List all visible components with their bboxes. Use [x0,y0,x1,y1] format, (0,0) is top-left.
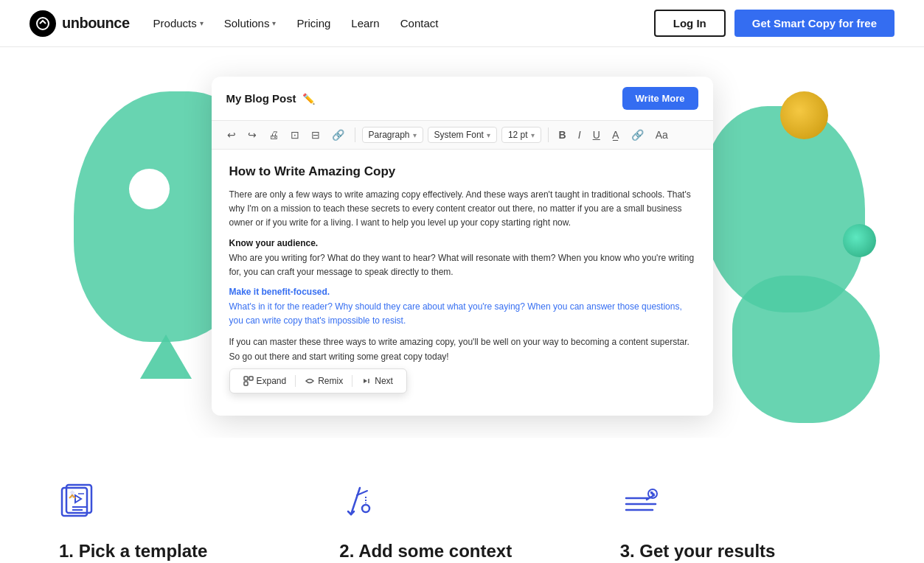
next-button[interactable]: Next [354,373,400,389]
editor-highlighted-heading: Make it benefit-focused. [229,287,695,297]
remix-icon [305,376,315,386]
expand-button[interactable]: Expand [236,373,294,389]
editor-title: My Blog Post ✏️ [226,92,315,105]
step-1-title: 1. Pick a template [59,541,304,562]
svg-point-12 [362,505,369,512]
logo-text: unbounce [62,15,130,32]
editor-heading: How to Write Amazing Copy [229,164,695,179]
link-button2[interactable]: 🔗 [628,127,647,143]
expand-icon [243,376,254,386]
svg-rect-1 [244,377,248,380]
nav-logo[interactable]: unbounce [29,10,130,37]
format-button[interactable]: Aa [652,127,672,143]
editor-para3: If you can master these three ways to wr… [229,335,695,363]
underline-button[interactable]: U [589,127,604,143]
italic-button[interactable]: I [574,127,585,143]
nav-products[interactable]: Products ▾ [153,17,204,29]
step-3-title: 3. Get your results [620,541,865,562]
nav-pricing[interactable]: Pricing [296,17,330,29]
editor-highlighted-text: What's in it for the reader? Why should … [229,300,695,328]
edit-icon[interactable]: ✏️ [302,93,315,105]
logo-mark [29,10,56,37]
svg-rect-3 [244,382,248,385]
triangle-decoration [140,335,192,379]
editor-para1: There are only a few ways to write amazi… [229,188,695,231]
svg-marker-7 [75,495,81,503]
toolbar-action1[interactable]: ⊡ [287,127,303,143]
editor-para2: Who are you writing for? What do they wa… [229,251,695,279]
editor-toolbar: ↩ ↪ 🖨 ⊡ ⊟ 🔗 Paragraph ▾ System Font ▾ 12… [212,121,713,150]
step-1: 1. Pick a template Choose from dozens of… [59,482,304,563]
context-menu-sep [295,375,296,387]
color-button[interactable]: A̲ [608,127,623,143]
nav-right: Log In Get Smart Copy for free [654,10,895,37]
chevron-down-icon: ▾ [413,131,417,139]
nav-left: unbounce Products ▾ Solutions ▾ Pricing … [29,10,438,37]
nav-contact[interactable]: Contact [400,17,439,29]
circle-white-decoration [129,169,170,209]
chevron-down-icon: ▾ [272,19,276,27]
nav-links: Products ▾ Solutions ▾ Pricing Learn Con… [153,17,439,29]
step-2-icon [339,482,584,526]
nav-learn[interactable]: Learn [351,17,379,29]
context-menu: Expand Remix Next [229,368,407,394]
print-button[interactable]: 🖨 [265,127,282,143]
toolbar-separator [355,127,355,142]
cta-button[interactable]: Get Smart Copy for free [734,10,895,37]
step-1-icon [59,482,304,526]
step-2-title: 2. Add some context [339,541,584,562]
results-icon [620,482,661,523]
step-3: 3. Get your results Instantly get multip… [620,482,865,563]
editor-bold1: Know your audience. [229,238,695,248]
template-icon [59,482,100,523]
remix-button[interactable]: Remix [297,373,350,389]
editor-window: My Blog Post ✏️ Write More ↩ ↪ 🖨 ⊡ ⊟ 🔗 P… [212,77,713,416]
redo-button[interactable]: ↪ [244,127,260,143]
navigation: unbounce Products ▾ Solutions ▾ Pricing … [0,0,924,47]
toolbar-action2[interactable]: ⊟ [308,127,324,143]
link-button[interactable]: 🔗 [328,127,348,143]
context-icon [339,482,381,523]
logo-icon [35,16,50,31]
write-more-button[interactable]: Write More [622,87,698,110]
chevron-down-icon: ▾ [531,131,535,139]
next-icon [361,376,372,386]
editor-titlebar: My Blog Post ✏️ Write More [212,77,713,121]
login-button[interactable]: Log In [654,10,726,37]
undo-button[interactable]: ↩ [223,127,240,143]
step-3-icon [620,482,865,526]
size-dropdown[interactable]: 12 pt ▾ [501,127,541,143]
svg-rect-2 [249,377,253,380]
steps-section: 1. Pick a template Choose from dozens of… [0,438,924,563]
svg-line-9 [351,488,360,514]
paragraph-dropdown[interactable]: Paragraph ▾ [362,127,423,143]
hero-section: My Blog Post ✏️ Write More ↩ ↪ 🖨 ⊡ ⊟ 🔗 P… [0,47,924,438]
svg-line-11 [348,511,351,514]
step-2: 2. Add some context Tell us what you're … [339,482,584,563]
context-menu-sep2 [352,375,352,387]
toolbar-separator-2 [548,127,549,142]
bold-button[interactable]: B [555,127,570,143]
blob-right-bottom [732,276,880,423]
chevron-down-icon: ▾ [200,19,204,27]
editor-body: How to Write Amazing Copy There are only… [212,150,713,416]
nav-solutions[interactable]: Solutions ▾ [224,17,277,29]
svg-point-0 [37,18,49,29]
circle-green-decoration [843,224,876,257]
circle-yellow-decoration [780,91,828,139]
font-dropdown[interactable]: System Font ▾ [428,127,497,143]
chevron-down-icon: ▾ [487,131,490,139]
